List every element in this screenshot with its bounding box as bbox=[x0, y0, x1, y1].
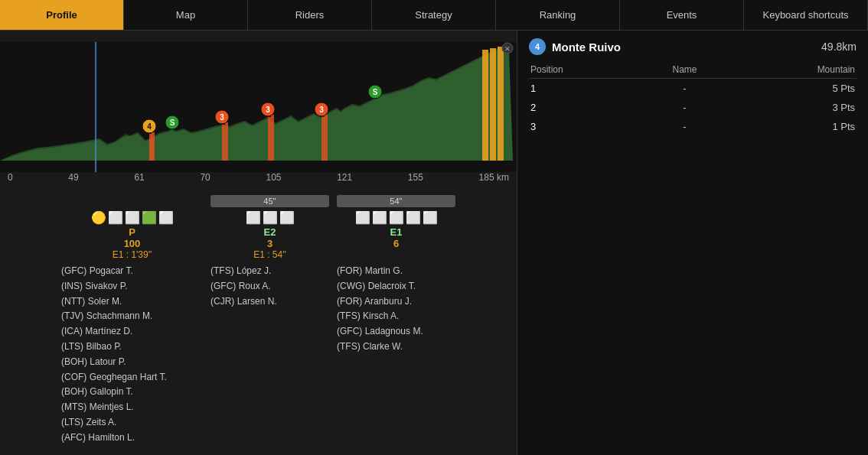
rider-item: (TFS) López J. bbox=[210, 264, 329, 279]
tab-profile[interactable]: Profile bbox=[0, 0, 124, 30]
rider-item: (TFS) Clarke W. bbox=[337, 340, 455, 355]
timing-bar-45: 45'' bbox=[210, 195, 329, 207]
rider-item: (INS) Sivakov P. bbox=[61, 279, 203, 294]
timing-bars-row: 45'' 54'' bbox=[0, 195, 517, 207]
tab-keyboard-shortcuts[interactable]: Keyboard shortcuts bbox=[744, 0, 868, 30]
rider-item: (CWG) Delacroix T. bbox=[337, 279, 455, 294]
position-cell: 3 bbox=[529, 117, 641, 136]
svg-rect-11 bbox=[482, 50, 488, 161]
tab-riders[interactable]: Riders bbox=[248, 0, 372, 30]
svg-rect-8 bbox=[271, 115, 274, 161]
group-p-timing: E1 : 1'39'' bbox=[61, 249, 203, 260]
rider-item: (FOR) Aranburu J. bbox=[337, 294, 455, 310]
group-p-label: P bbox=[61, 226, 203, 238]
jersey-e2-2: ⬜ bbox=[263, 210, 278, 225]
jersey-green: 🟩 bbox=[142, 210, 157, 225]
svg-rect-6 bbox=[225, 122, 228, 161]
svg-rect-12 bbox=[490, 48, 496, 161]
info-panel: 4 Monte Ruivo 49.8km Position Name Mount… bbox=[517, 31, 868, 455]
jerseys-row: 🟡 ⬜ ⬜ 🟩 ⬜ ⬜ ⬜ ⬜ ⬜ ⬜ ⬜ ⬜ bbox=[0, 210, 517, 225]
riders-p-list: (GFC) Pogacar T.(INS) Sivakov P.(NTT) So… bbox=[61, 264, 203, 446]
mountain-table-row: 3 - 1 Pts bbox=[529, 117, 857, 136]
rider-item: (NTT) Soler M. bbox=[61, 294, 203, 310]
mountain-badge: 4 bbox=[529, 38, 546, 55]
groups-section: 45'' 54'' 🟡 ⬜ ⬜ 🟩 ⬜ ⬜ bbox=[0, 195, 517, 446]
svg-rect-5 bbox=[222, 125, 225, 161]
rider-item: (MTS) Meintjes L. bbox=[61, 400, 203, 415]
group-p-count: 100 bbox=[61, 238, 203, 249]
rider-item: (FOR) Martin G. bbox=[337, 264, 455, 279]
jersey-e1-4: ⬜ bbox=[406, 210, 421, 225]
svg-rect-4 bbox=[152, 132, 155, 161]
riders-columns: (GFC) Pogacar T.(INS) Sivakov P.(NTT) So… bbox=[0, 264, 517, 446]
jerseys-p: 🟡 ⬜ ⬜ 🟩 ⬜ bbox=[61, 210, 203, 225]
rider-item: (GFC) Ladagnous M. bbox=[337, 324, 455, 340]
group-labels-row: P 100 E2 3 E1 6 bbox=[0, 226, 517, 249]
group-e2-count: 3 bbox=[210, 238, 329, 249]
timing-bar-54: 54'' bbox=[337, 195, 455, 207]
group-timings-row: E1 : 1'39'' E1 : 54'' bbox=[0, 249, 517, 260]
jersey-e1-1: ⬜ bbox=[355, 210, 370, 225]
svg-rect-9 bbox=[321, 117, 325, 161]
pts-cell: 1 Pts bbox=[728, 117, 857, 136]
group-p-info: P 100 bbox=[61, 226, 203, 249]
position-cell: 1 bbox=[529, 79, 641, 99]
svg-text:3: 3 bbox=[220, 113, 224, 122]
mountain-table-row: 1 - 5 Pts bbox=[529, 79, 857, 99]
rider-item: (COF) Geoghegan Hart T. bbox=[61, 370, 203, 385]
mountain-title: 4 Monte Ruivo bbox=[529, 38, 621, 55]
mountain-header: 4 Monte Ruivo 49.8km bbox=[529, 38, 857, 55]
jersey-yellow: 🟡 bbox=[91, 210, 106, 225]
jersey-e1-2: ⬜ bbox=[372, 210, 387, 225]
rider-item: (CJR) Larsen N. bbox=[210, 294, 329, 310]
riders-e1-list: (FOR) Martin G.(CWG) Delacroix T.(FOR) A… bbox=[337, 264, 455, 446]
pts-cell: 5 Pts bbox=[728, 79, 857, 99]
riders-e2-list: (TFS) López J.(GFC) Roux A.(CJR) Larsen … bbox=[210, 264, 329, 446]
jersey-e1-3: ⬜ bbox=[389, 210, 404, 225]
rider-item: (AFC) Hamilton L. bbox=[61, 431, 203, 446]
rider-item: (TJV) Schachmann M. bbox=[61, 309, 203, 324]
mountain-name: Monte Ruivo bbox=[552, 41, 621, 54]
rider-item: (GFC) Pogacar T. bbox=[61, 264, 203, 279]
tab-strategy[interactable]: Strategy bbox=[372, 0, 496, 30]
col-header-position: Position bbox=[529, 61, 641, 79]
rider-item: (BOH) Latour P. bbox=[61, 355, 203, 370]
group-e2-info: E2 3 bbox=[210, 226, 329, 249]
rider-item: (LTS) Zeits A. bbox=[61, 415, 203, 431]
svg-text:4: 4 bbox=[147, 122, 152, 131]
jerseys-e2: ⬜ ⬜ ⬜ bbox=[210, 210, 329, 225]
jersey-white1: ⬜ bbox=[108, 210, 123, 225]
tab-ranking[interactable]: Ranking bbox=[496, 0, 620, 30]
jersey-e2-1: ⬜ bbox=[246, 210, 261, 225]
jerseys-e1: ⬜ ⬜ ⬜ ⬜ ⬜ bbox=[337, 210, 455, 225]
jersey-dots: ⬜ bbox=[125, 210, 140, 225]
rider-item: (BOH) Gallopin T. bbox=[61, 385, 203, 400]
jersey-white2: ⬜ bbox=[158, 210, 174, 225]
rider-item: (LTS) Bilbao P. bbox=[61, 340, 203, 355]
spacer-left bbox=[61, 195, 203, 207]
jersey-e2-3: ⬜ bbox=[279, 210, 295, 225]
mountain-table: Position Name Mountain 1 - 5 Pts 2 - 3 P… bbox=[529, 61, 857, 136]
svg-text:3: 3 bbox=[319, 106, 324, 114]
group-e1-timing-empty bbox=[337, 249, 455, 260]
nav-tabs: Profile Map Riders Strategy Ranking Even… bbox=[0, 0, 868, 31]
group-e2-label: E2 bbox=[210, 226, 329, 238]
rider-item: (TFS) Kirsch A. bbox=[337, 309, 455, 324]
jersey-e1-5: ⬜ bbox=[423, 210, 438, 225]
col-header-name: Name bbox=[641, 61, 728, 79]
svg-rect-7 bbox=[268, 117, 271, 161]
km-labels: 0 49 61 70 105 121 155 185 km bbox=[8, 172, 509, 183]
col-header-mountain: Mountain bbox=[728, 61, 857, 79]
svg-text:✕: ✕ bbox=[504, 45, 511, 53]
main-content: ▶ bbox=[0, 31, 868, 455]
mountain-distance: 49.8km bbox=[821, 41, 857, 53]
tab-map[interactable]: Map bbox=[124, 0, 248, 30]
profile-area: ▶ bbox=[0, 31, 517, 455]
mountain-table-row: 2 - 3 Pts bbox=[529, 98, 857, 117]
pts-cell: 3 Pts bbox=[728, 98, 857, 117]
svg-rect-10 bbox=[325, 115, 328, 161]
name-cell: - bbox=[641, 98, 728, 117]
rider-item: (ICA) Martínez D. bbox=[61, 324, 203, 340]
group-e2-timing: E1 : 54'' bbox=[210, 249, 329, 260]
tab-events[interactable]: Events bbox=[620, 0, 744, 30]
